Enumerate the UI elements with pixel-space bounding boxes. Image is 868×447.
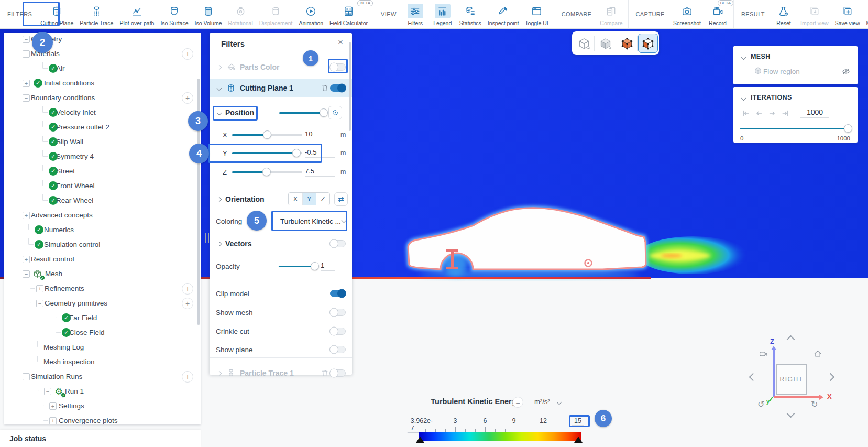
- render-mode-surfaces-edges-button[interactable]: [638, 34, 658, 53]
- tree-collapse-icon[interactable]: −: [23, 270, 30, 278]
- rotate-ccw-icon[interactable]: ↺: [757, 399, 764, 409]
- tree-item-advanced-concepts[interactable]: +Advanced concepts: [4, 208, 201, 223]
- tree-item-simulation-runs[interactable]: −Simulation Runs+: [4, 369, 201, 384]
- tree-expand-icon[interactable]: +: [23, 256, 30, 263]
- iteration-slider[interactable]: [740, 125, 850, 132]
- toolbar-item-reset[interactable]: Reset: [770, 0, 797, 28]
- add-icon[interactable]: +: [182, 92, 193, 104]
- vectors-toggle[interactable]: [330, 240, 346, 247]
- flip-orientation-button[interactable]: ⇄: [334, 192, 348, 206]
- tree-item-boundary-conditions[interactable]: −Boundary conditions+: [4, 91, 201, 105]
- render-mode-wireframe-button[interactable]: [574, 34, 594, 53]
- opacity-input[interactable]: 1: [321, 261, 335, 271]
- orientation-y-option[interactable]: Y: [302, 193, 316, 205]
- tree-item-mesh[interactable]: −✓Mesh: [4, 267, 201, 281]
- position-section[interactable]: Position: [210, 105, 352, 121]
- camera-icon[interactable]: [759, 349, 768, 358]
- tree-item-slip-wall[interactable]: ✓Slip Wall: [4, 135, 201, 149]
- chevron-down-icon[interactable]: [741, 96, 746, 101]
- toolbar-item-manage-views[interactable]: Manage views: [863, 0, 868, 28]
- render-mode-solid-button[interactable]: [596, 34, 616, 53]
- toolbar-item-save-view[interactable]: Save view: [832, 0, 863, 28]
- view-face-button[interactable]: RIGHT: [776, 364, 807, 395]
- toolbar-item-particle-trace[interactable]: Particle Trace: [76, 0, 116, 28]
- iteration-value-input[interactable]: 1000: [800, 108, 829, 118]
- chevron-down-icon[interactable]: [741, 55, 746, 60]
- last-iteration-button[interactable]: [781, 109, 789, 117]
- orientation-z-option[interactable]: Z: [316, 193, 329, 205]
- toolbar-item-rotational[interactable]: Rotational: [225, 0, 256, 28]
- panel-resize-handle[interactable]: [205, 233, 209, 243]
- toolbar-item-legend[interactable]: Legend: [429, 0, 456, 28]
- orientation-section[interactable]: Orientation X Y Z ⇄: [210, 191, 352, 207]
- tree-expand-icon[interactable]: +: [23, 80, 30, 87]
- show-mesh-toggle[interactable]: [330, 309, 346, 316]
- toolbar-item-filters[interactable]: Filters: [402, 0, 429, 28]
- tree-expand-icon[interactable]: +: [49, 402, 57, 410]
- toolbar-item-displacement[interactable]: Displacement: [256, 0, 296, 28]
- toolbar-item-plot-over-path[interactable]: Plot-over-path: [116, 0, 157, 28]
- legend-menu-icon[interactable]: ≡: [512, 397, 523, 408]
- tree-expand-icon[interactable]: +: [36, 285, 43, 292]
- filters-scrollbar[interactable]: [349, 42, 351, 131]
- coloring-dropdown[interactable]: Turbulent Kinetic ...: [280, 217, 341, 225]
- add-icon[interactable]: +: [182, 371, 193, 383]
- position-y-input[interactable]: -0.5: [305, 148, 335, 158]
- tree-collapse-icon[interactable]: −: [36, 300, 43, 307]
- tree-item-air[interactable]: ✓Air: [4, 61, 201, 76]
- position-z-input[interactable]: 7.5: [305, 167, 335, 177]
- trash-icon[interactable]: [320, 368, 329, 380]
- previous-iteration-button[interactable]: [755, 109, 763, 117]
- parts-color-toggle[interactable]: [330, 63, 346, 71]
- add-icon[interactable]: +: [182, 298, 193, 309]
- first-iteration-button[interactable]: [742, 109, 750, 117]
- toolbar-item-compare[interactable]: Compare: [597, 0, 625, 28]
- position-z-slider[interactable]: [232, 168, 302, 176]
- particle-trace-1-row[interactable]: Particle Trace 1: [210, 365, 352, 381]
- tree-expand-icon[interactable]: +: [23, 212, 30, 219]
- tree-expand-icon[interactable]: +: [49, 417, 57, 424]
- flow-region-row[interactable]: Flow region: [733, 65, 858, 80]
- cutting-plane-toggle[interactable]: [330, 84, 346, 92]
- tree-item-refinements[interactable]: +Refinements+: [4, 281, 201, 296]
- position-x-slider[interactable]: [232, 131, 302, 138]
- toolbar-item-statistics[interactable]: Statistics: [456, 0, 485, 28]
- tree-item-mesh-inspection[interactable]: Mesh inspection: [4, 355, 201, 369]
- tree-item-run-1[interactable]: −⚙✓Run 1: [4, 384, 201, 399]
- parts-color-row[interactable]: Parts Color: [210, 59, 352, 75]
- add-icon[interactable]: +: [182, 283, 193, 295]
- plane-position-slider[interactable]: [279, 109, 324, 116]
- next-iteration-button[interactable]: [768, 109, 776, 117]
- tree-collapse-icon[interactable]: −: [23, 94, 30, 102]
- tree-collapse-icon[interactable]: −: [23, 36, 30, 43]
- tree-collapse-icon[interactable]: −: [44, 388, 51, 395]
- home-icon[interactable]: [813, 349, 822, 358]
- toolbar-item-iso-surface[interactable]: Iso Surface: [157, 0, 191, 28]
- tree-item-numerics[interactable]: ✓Numerics: [4, 223, 201, 237]
- tree-item-initial-conditions[interactable]: +✓Initial conditions: [4, 76, 201, 91]
- opacity-slider[interactable]: [279, 263, 317, 270]
- toolbar-item-animation[interactable]: Animation: [295, 0, 326, 28]
- show-plane-toggle[interactable]: [330, 346, 346, 353]
- tree-item-convergence-plots[interactable]: +Convergence plots: [4, 413, 201, 424]
- position-x-input[interactable]: 10: [305, 130, 335, 139]
- tree-item-meshing-log[interactable]: Meshing Log: [4, 340, 201, 355]
- legend-unit-dropdown[interactable]: m²/s²: [534, 398, 550, 406]
- cutting-plane-1-row[interactable]: Cutting Plane 1: [210, 80, 352, 96]
- toolbar-item-toggle-ui[interactable]: Toggle UI: [522, 0, 551, 28]
- toolbar-item-cutting-plane[interactable]: Cutting Plane: [37, 0, 76, 28]
- trash-icon[interactable]: [320, 83, 329, 95]
- particle-trace-toggle[interactable]: [330, 369, 346, 377]
- pick-point-button[interactable]: [328, 106, 342, 119]
- tree-item-symmetry-4[interactable]: ✓Symmetry 4: [4, 149, 201, 164]
- toolbar-item-import-view[interactable]: Import view: [797, 0, 832, 28]
- visibility-off-icon[interactable]: [841, 67, 851, 78]
- tree-item-settings[interactable]: +Settings: [4, 399, 201, 413]
- toolbar-item-field-calculator[interactable]: BETAField Calculator: [326, 0, 371, 28]
- job-status-bar[interactable]: Job status: [0, 430, 201, 447]
- legend-max-input[interactable]: 15: [572, 417, 584, 426]
- add-icon[interactable]: +: [182, 48, 193, 60]
- position-y-slider[interactable]: [232, 149, 302, 157]
- rotate-cw-icon[interactable]: ↻: [811, 399, 818, 409]
- tree-item-close-field[interactable]: ✓Close Field: [4, 325, 201, 340]
